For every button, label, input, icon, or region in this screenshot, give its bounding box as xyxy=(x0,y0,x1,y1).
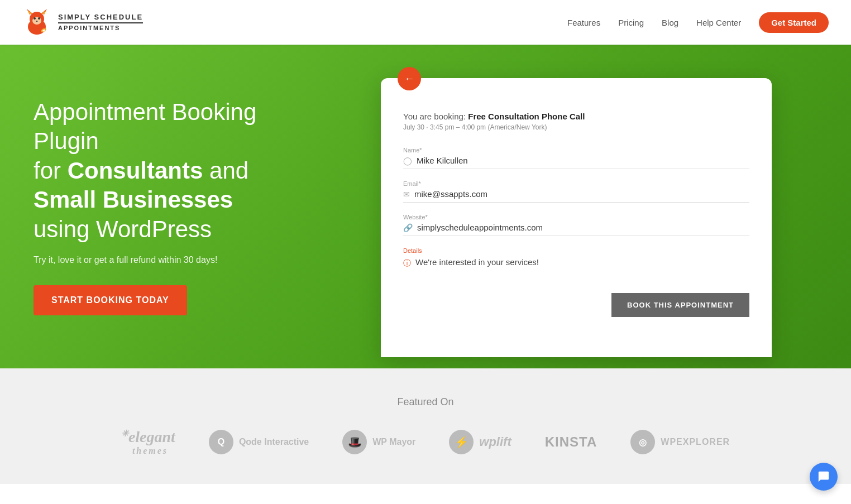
hero-title: Appointment Booking Plugin for Consultan… xyxy=(34,98,274,244)
kinsta-label: KINSTA xyxy=(545,434,597,450)
person-icon: ◯ xyxy=(403,156,412,165)
booking-title: You are booking: Free Consultation Phone… xyxy=(403,112,749,121)
booking-card: ← You are booking: Free Consultation Pho… xyxy=(381,78,772,357)
wpexplorer-label: WPEXPLORER xyxy=(661,437,730,447)
email-icon: ✉ xyxy=(403,190,410,199)
logo-wpexplorer: ◎ WPEXPLORER xyxy=(630,430,730,454)
booking-date: July 30 · 3:45 pm – 4:00 pm (America/New… xyxy=(403,123,749,131)
you-are-booking-label: You are booking: xyxy=(403,112,466,121)
nav-blog[interactable]: Blog xyxy=(662,18,678,27)
logo-text: SIMPLY SCHEDULE APPOINTMENTS xyxy=(58,13,143,31)
website-field: Website* 🔗 simplyscheduleappointments.co… xyxy=(403,214,749,236)
logo: SIMPLY SCHEDULE APPOINTMENTS xyxy=(22,8,143,37)
nav-help-center[interactable]: Help Center xyxy=(696,18,741,27)
name-input-row: ◯ Mike Kilcullen xyxy=(403,156,749,169)
get-started-button[interactable]: Get Started xyxy=(759,12,829,33)
start-booking-button[interactable]: START BOOKING TODAY xyxy=(34,285,187,315)
logo-line1: SIMPLY SCHEDULE xyxy=(58,13,143,21)
appointment-type: Free Consultation Phone Call xyxy=(468,112,585,121)
name-value: Mike Kilcullen xyxy=(417,156,468,165)
info-icon: ⓘ xyxy=(403,258,411,268)
name-label: Name* xyxy=(403,147,749,153)
wplift-icon: ⚡ xyxy=(449,430,474,454)
logo-wpmayor: 🎩 WP Mayor xyxy=(342,430,415,454)
hero-title-wp: using WordPress xyxy=(34,216,212,242)
book-appointment-button[interactable]: BOOK THIS APPOINTMENT xyxy=(611,293,749,317)
nav-pricing[interactable]: Pricing xyxy=(618,18,644,27)
logo-kinsta: KINSTA xyxy=(545,434,597,450)
elegant-themes-sub: themes xyxy=(132,446,168,456)
link-icon: 🔗 xyxy=(403,223,413,232)
website-label: Website* xyxy=(403,214,749,220)
email-value: mike@ssappts.com xyxy=(414,189,487,199)
hero-title-and: and xyxy=(209,157,248,184)
qode-icon: Q xyxy=(209,430,233,454)
chat-icon xyxy=(817,471,830,483)
hero-left: Appointment Booking Plugin for Consultan… xyxy=(0,45,302,368)
logo-line2: APPOINTMENTS xyxy=(58,22,143,31)
logo-qode: Q Qode Interactive xyxy=(209,430,309,454)
featured-title: Featured On xyxy=(34,396,817,408)
main-nav: Features Pricing Blog Help Center Get St… xyxy=(567,12,829,33)
svg-point-8 xyxy=(38,17,40,20)
qode-label: Qode Interactive xyxy=(239,437,309,447)
hero-title-part1: Appointment Booking Plugin xyxy=(34,99,256,155)
email-field: Email* ✉ mike@ssappts.com xyxy=(403,180,749,203)
featured-logos: ✳elegant themes Q Qode Interactive 🎩 WP … xyxy=(34,428,817,456)
name-field: Name* ◯ Mike Kilcullen xyxy=(403,147,749,169)
logo-wplift: ⚡ wplift xyxy=(449,430,511,454)
email-input-row: ✉ mike@ssappts.com xyxy=(403,189,749,203)
hero-title-consultants: Consultants xyxy=(68,157,203,184)
header: SIMPLY SCHEDULE APPOINTMENTS Features Pr… xyxy=(0,0,851,45)
back-button[interactable]: ← xyxy=(398,67,421,90)
hero-section: Appointment Booking Plugin for Consultan… xyxy=(0,45,851,368)
featured-section: Featured On ✳elegant themes Q Qode Inter… xyxy=(0,368,851,484)
wpmayor-icon: 🎩 xyxy=(342,430,367,454)
details-value: We're interested in your services! xyxy=(415,257,539,267)
svg-point-7 xyxy=(34,17,36,20)
hero-right: ← You are booking: Free Consultation Pho… xyxy=(302,45,851,368)
wplift-label: wplift xyxy=(479,435,511,449)
wpexplorer-icon: ◎ xyxy=(630,430,655,454)
hero-subtitle: Try it, love it or get a full refund wit… xyxy=(34,255,274,265)
hero-title-for: for xyxy=(34,157,61,184)
nav-features[interactable]: Features xyxy=(567,18,600,27)
svg-point-9 xyxy=(36,21,38,22)
hero-title-small-biz: Small Businesses xyxy=(34,186,233,213)
wpmayor-label: WP Mayor xyxy=(372,437,415,447)
back-arrow-icon: ← xyxy=(404,74,414,84)
website-value: simplyscheduleappointments.com xyxy=(417,223,543,232)
website-input-row: 🔗 simplyscheduleappointments.com xyxy=(403,223,749,236)
details-label: Details xyxy=(403,247,749,254)
details-field: Details ⓘ We're interested in your servi… xyxy=(403,247,749,268)
elegant-themes-icon: ✳elegant xyxy=(121,428,175,446)
fox-icon xyxy=(22,8,51,37)
logo-elegant-themes: ✳elegant themes xyxy=(121,428,175,456)
details-input-row: ⓘ We're interested in your services! xyxy=(403,257,749,268)
email-label: Email* xyxy=(403,180,749,187)
